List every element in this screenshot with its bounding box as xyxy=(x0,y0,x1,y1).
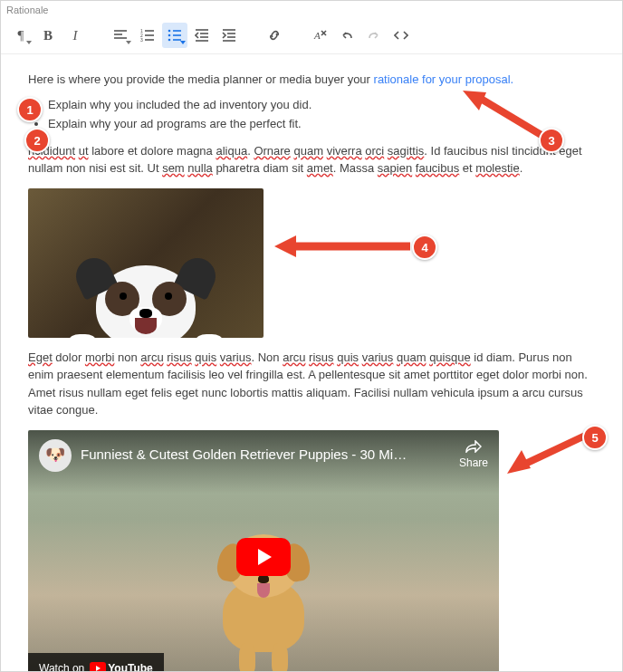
toolbar: ¶ B I 123 A xyxy=(1,17,622,54)
clear-formatting-button[interactable]: A xyxy=(307,23,332,48)
svg-marker-27 xyxy=(463,91,486,110)
annotation-badge-4: 4 xyxy=(412,235,437,260)
annotation-badge-1: 1 xyxy=(17,97,43,122)
annotation-arrow-5 xyxy=(503,428,594,478)
annotation-arrow-4 xyxy=(274,233,419,260)
align-button[interactable] xyxy=(108,23,133,48)
svg-marker-29 xyxy=(274,235,296,257)
panel-title: Rationale xyxy=(1,1,622,17)
annotation-badge-3: 3 xyxy=(539,128,564,153)
play-button[interactable] xyxy=(236,538,291,576)
indent-button[interactable] xyxy=(216,23,242,48)
annotation-badge-5: 5 xyxy=(582,425,608,450)
youtube-logo: YouTube xyxy=(90,660,153,673)
code-view-button[interactable] xyxy=(388,23,414,48)
intro-paragraph: Here is where you provide the media plan… xyxy=(28,71,595,89)
svg-text:3: 3 xyxy=(140,37,143,43)
unordered-list-button[interactable] xyxy=(162,23,187,48)
channel-avatar[interactable]: 🐶 xyxy=(39,439,72,472)
video-embed[interactable]: 🐶 Funniest & Cutest Golden Retriever Pup… xyxy=(28,430,499,673)
redo-button[interactable] xyxy=(361,23,387,48)
svg-point-10 xyxy=(168,34,171,37)
italic-button[interactable]: I xyxy=(62,23,88,48)
inline-image[interactable] xyxy=(28,188,264,338)
bold-button[interactable]: B xyxy=(35,23,61,48)
undo-button[interactable] xyxy=(334,23,359,48)
svg-line-30 xyxy=(520,436,585,466)
video-title: Funniest & Cutest Golden Retriever Puppi… xyxy=(81,445,450,466)
editor-panel: Rationale ¶ B I 123 A Here is where you … xyxy=(0,0,623,672)
svg-text:A: A xyxy=(313,30,321,41)
watch-on-youtube[interactable]: Watch on YouTube xyxy=(28,653,164,673)
share-button[interactable]: Share xyxy=(459,440,488,471)
link-button[interactable] xyxy=(262,23,287,48)
body-paragraph-1: ncididunt ut labore et dolore magna aliq… xyxy=(28,142,595,178)
dog-illustration xyxy=(96,265,196,338)
svg-point-9 xyxy=(168,30,171,33)
paragraph-format-button[interactable]: ¶ xyxy=(8,23,34,48)
svg-point-11 xyxy=(168,39,171,42)
ordered-list-button[interactable]: 123 xyxy=(135,23,160,48)
svg-line-26 xyxy=(476,96,544,137)
outdent-button[interactable] xyxy=(189,23,215,48)
editor-content[interactable]: Here is where you provide the media plan… xyxy=(1,54,622,672)
annotation-badge-2: 2 xyxy=(24,128,50,153)
rationale-link[interactable]: rationale for your proposal. xyxy=(374,72,514,86)
share-icon xyxy=(465,440,482,453)
svg-marker-31 xyxy=(507,450,531,474)
puppy-illustration xyxy=(223,580,304,652)
body-paragraph-2: Eget dolor morbi non arcu risus quis var… xyxy=(28,349,595,419)
